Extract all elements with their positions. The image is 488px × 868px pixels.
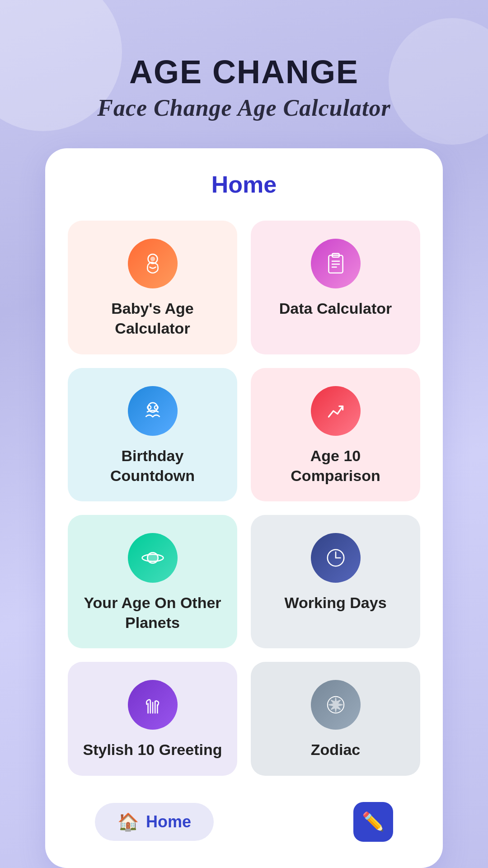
- zodiac-icon: [311, 680, 361, 730]
- stylish-greeting-label: Stylish 10 Greeting: [83, 740, 222, 760]
- baby-age-icon: [128, 239, 178, 288]
- edit-icon: ✏️: [362, 811, 385, 832]
- grid-item-birthday-countdown[interactable]: Birthday Countdown: [68, 368, 237, 501]
- svg-point-9: [154, 406, 158, 409]
- svg-point-8: [147, 406, 151, 409]
- grid-item-age-comparison[interactable]: Age 10 Comparison: [251, 368, 420, 501]
- svg-point-1: [150, 257, 155, 261]
- nav-home-button[interactable]: 🏠 Home: [95, 803, 214, 841]
- grid-item-data-calculator[interactable]: Data Calculator: [251, 221, 420, 354]
- age-comparison-icon: [311, 386, 361, 436]
- baby-age-label: Baby's Age Calculator: [81, 298, 224, 338]
- feature-grid: Baby's Age CalculatorData CalculatorBirt…: [68, 221, 420, 775]
- grid-item-zodiac[interactable]: Zodiac: [251, 662, 420, 775]
- working-days-icon: [311, 533, 361, 583]
- age-on-planets-label: Your Age On Other Planets: [81, 593, 224, 632]
- grid-item-stylish-greeting[interactable]: Stylish 10 Greeting: [68, 662, 237, 775]
- data-calculator-icon: [311, 239, 361, 288]
- age-on-planets-icon: [128, 533, 178, 583]
- card-home-title: Home: [68, 171, 420, 198]
- data-calculator-label: Data Calculator: [279, 298, 392, 318]
- stylish-greeting-icon: [128, 680, 178, 730]
- zodiac-label: Zodiac: [311, 740, 361, 760]
- grid-item-working-days[interactable]: Working Days: [251, 515, 420, 648]
- app-subtitle: Face Change Age Calculator: [97, 94, 391, 121]
- home-nav-icon: 🏠: [117, 812, 139, 832]
- nav-home-label: Home: [146, 812, 191, 831]
- app-header: AGE CHANGE Face Change Age Calculator: [97, 54, 391, 121]
- age-comparison-label: Age 10 Comparison: [264, 446, 407, 486]
- main-card: Home Baby's Age CalculatorData Calculato…: [45, 148, 443, 868]
- grid-item-age-on-planets[interactable]: Your Age On Other Planets: [68, 515, 237, 648]
- app-title: AGE CHANGE: [97, 54, 391, 90]
- birthday-countdown-icon: [128, 386, 178, 436]
- bottom-navigation: 🏠 Home ✏️: [68, 789, 420, 854]
- birthday-countdown-label: Birthday Countdown: [81, 446, 224, 486]
- nav-edit-button[interactable]: ✏️: [353, 802, 393, 842]
- working-days-label: Working Days: [284, 593, 386, 613]
- grid-item-baby-age[interactable]: Baby's Age Calculator: [68, 221, 237, 354]
